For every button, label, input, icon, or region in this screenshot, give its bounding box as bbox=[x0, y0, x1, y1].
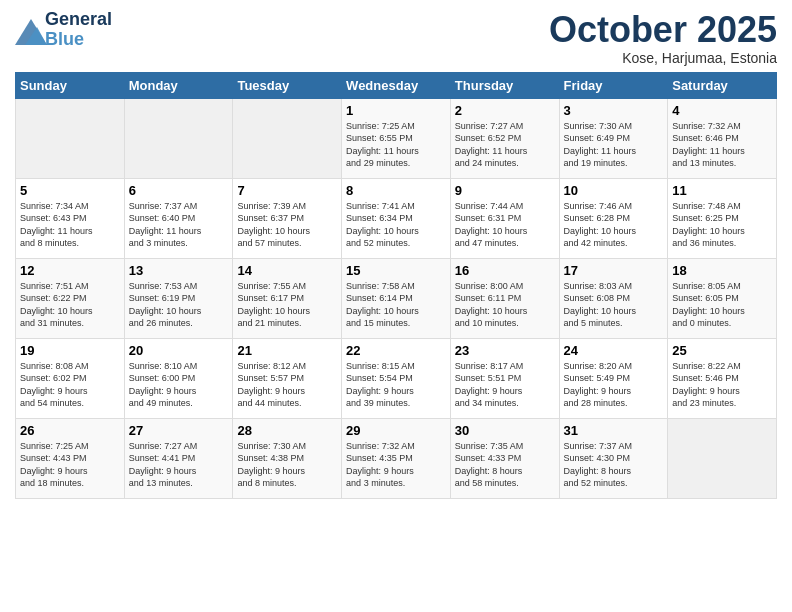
header: General Blue October 2025 Kose, Harjumaa… bbox=[15, 10, 777, 66]
day-info: Sunrise: 8:17 AM Sunset: 5:51 PM Dayligh… bbox=[455, 360, 555, 410]
day-number: 28 bbox=[237, 423, 337, 438]
day-number: 11 bbox=[672, 183, 772, 198]
day-info: Sunrise: 7:53 AM Sunset: 6:19 PM Dayligh… bbox=[129, 280, 229, 330]
week-row-0: 1Sunrise: 7:25 AM Sunset: 6:55 PM Daylig… bbox=[16, 98, 777, 178]
day-number: 30 bbox=[455, 423, 555, 438]
calendar-table: SundayMondayTuesdayWednesdayThursdayFrid… bbox=[15, 72, 777, 499]
week-row-3: 19Sunrise: 8:08 AM Sunset: 6:02 PM Dayli… bbox=[16, 338, 777, 418]
calendar-cell: 18Sunrise: 8:05 AM Sunset: 6:05 PM Dayli… bbox=[668, 258, 777, 338]
week-row-2: 12Sunrise: 7:51 AM Sunset: 6:22 PM Dayli… bbox=[16, 258, 777, 338]
day-info: Sunrise: 7:25 AM Sunset: 4:43 PM Dayligh… bbox=[20, 440, 120, 490]
calendar-cell: 6Sunrise: 7:37 AM Sunset: 6:40 PM Daylig… bbox=[124, 178, 233, 258]
calendar-cell: 9Sunrise: 7:44 AM Sunset: 6:31 PM Daylig… bbox=[450, 178, 559, 258]
day-number: 12 bbox=[20, 263, 120, 278]
day-number: 13 bbox=[129, 263, 229, 278]
calendar-cell: 2Sunrise: 7:27 AM Sunset: 6:52 PM Daylig… bbox=[450, 98, 559, 178]
calendar-cell: 25Sunrise: 8:22 AM Sunset: 5:46 PM Dayli… bbox=[668, 338, 777, 418]
calendar-cell: 4Sunrise: 7:32 AM Sunset: 6:46 PM Daylig… bbox=[668, 98, 777, 178]
calendar-cell: 28Sunrise: 7:30 AM Sunset: 4:38 PM Dayli… bbox=[233, 418, 342, 498]
day-info: Sunrise: 7:48 AM Sunset: 6:25 PM Dayligh… bbox=[672, 200, 772, 250]
day-info: Sunrise: 7:37 AM Sunset: 6:40 PM Dayligh… bbox=[129, 200, 229, 250]
logo-icon bbox=[15, 19, 43, 41]
day-number: 1 bbox=[346, 103, 446, 118]
calendar-cell: 12Sunrise: 7:51 AM Sunset: 6:22 PM Dayli… bbox=[16, 258, 125, 338]
day-number: 8 bbox=[346, 183, 446, 198]
logo: General Blue bbox=[15, 10, 112, 50]
day-info: Sunrise: 7:32 AM Sunset: 6:46 PM Dayligh… bbox=[672, 120, 772, 170]
day-number: 14 bbox=[237, 263, 337, 278]
calendar-cell: 26Sunrise: 7:25 AM Sunset: 4:43 PM Dayli… bbox=[16, 418, 125, 498]
calendar-cell: 3Sunrise: 7:30 AM Sunset: 6:49 PM Daylig… bbox=[559, 98, 668, 178]
day-header-saturday: Saturday bbox=[668, 72, 777, 98]
day-number: 9 bbox=[455, 183, 555, 198]
day-headers: SundayMondayTuesdayWednesdayThursdayFrid… bbox=[16, 72, 777, 98]
day-number: 7 bbox=[237, 183, 337, 198]
day-info: Sunrise: 8:22 AM Sunset: 5:46 PM Dayligh… bbox=[672, 360, 772, 410]
day-info: Sunrise: 7:58 AM Sunset: 6:14 PM Dayligh… bbox=[346, 280, 446, 330]
day-info: Sunrise: 7:37 AM Sunset: 4:30 PM Dayligh… bbox=[564, 440, 664, 490]
day-info: Sunrise: 8:12 AM Sunset: 5:57 PM Dayligh… bbox=[237, 360, 337, 410]
calendar-cell: 16Sunrise: 8:00 AM Sunset: 6:11 PM Dayli… bbox=[450, 258, 559, 338]
day-number: 19 bbox=[20, 343, 120, 358]
calendar-cell: 29Sunrise: 7:32 AM Sunset: 4:35 PM Dayli… bbox=[342, 418, 451, 498]
day-number: 5 bbox=[20, 183, 120, 198]
day-info: Sunrise: 8:15 AM Sunset: 5:54 PM Dayligh… bbox=[346, 360, 446, 410]
day-number: 26 bbox=[20, 423, 120, 438]
calendar-cell: 11Sunrise: 7:48 AM Sunset: 6:25 PM Dayli… bbox=[668, 178, 777, 258]
location: Kose, Harjumaa, Estonia bbox=[549, 50, 777, 66]
calendar-cell bbox=[124, 98, 233, 178]
month-title: October 2025 bbox=[549, 10, 777, 50]
calendar-cell: 22Sunrise: 8:15 AM Sunset: 5:54 PM Dayli… bbox=[342, 338, 451, 418]
day-info: Sunrise: 8:08 AM Sunset: 6:02 PM Dayligh… bbox=[20, 360, 120, 410]
day-number: 6 bbox=[129, 183, 229, 198]
day-info: Sunrise: 8:05 AM Sunset: 6:05 PM Dayligh… bbox=[672, 280, 772, 330]
day-header-wednesday: Wednesday bbox=[342, 72, 451, 98]
calendar-cell bbox=[668, 418, 777, 498]
calendar-cell: 21Sunrise: 8:12 AM Sunset: 5:57 PM Dayli… bbox=[233, 338, 342, 418]
logo-text: General Blue bbox=[45, 10, 112, 50]
calendar-cell bbox=[233, 98, 342, 178]
day-info: Sunrise: 7:34 AM Sunset: 6:43 PM Dayligh… bbox=[20, 200, 120, 250]
day-info: Sunrise: 8:10 AM Sunset: 6:00 PM Dayligh… bbox=[129, 360, 229, 410]
day-number: 3 bbox=[564, 103, 664, 118]
day-number: 4 bbox=[672, 103, 772, 118]
day-number: 23 bbox=[455, 343, 555, 358]
day-number: 22 bbox=[346, 343, 446, 358]
day-info: Sunrise: 8:03 AM Sunset: 6:08 PM Dayligh… bbox=[564, 280, 664, 330]
calendar-cell: 5Sunrise: 7:34 AM Sunset: 6:43 PM Daylig… bbox=[16, 178, 125, 258]
calendar-cell: 27Sunrise: 7:27 AM Sunset: 4:41 PM Dayli… bbox=[124, 418, 233, 498]
day-info: Sunrise: 8:20 AM Sunset: 5:49 PM Dayligh… bbox=[564, 360, 664, 410]
day-number: 17 bbox=[564, 263, 664, 278]
day-header-thursday: Thursday bbox=[450, 72, 559, 98]
day-info: Sunrise: 7:51 AM Sunset: 6:22 PM Dayligh… bbox=[20, 280, 120, 330]
week-row-1: 5Sunrise: 7:34 AM Sunset: 6:43 PM Daylig… bbox=[16, 178, 777, 258]
calendar-cell: 13Sunrise: 7:53 AM Sunset: 6:19 PM Dayli… bbox=[124, 258, 233, 338]
day-number: 15 bbox=[346, 263, 446, 278]
calendar-cell: 1Sunrise: 7:25 AM Sunset: 6:55 PM Daylig… bbox=[342, 98, 451, 178]
day-number: 10 bbox=[564, 183, 664, 198]
day-info: Sunrise: 7:27 AM Sunset: 4:41 PM Dayligh… bbox=[129, 440, 229, 490]
page-container: General Blue October 2025 Kose, Harjumaa… bbox=[0, 0, 792, 509]
day-number: 27 bbox=[129, 423, 229, 438]
day-info: Sunrise: 7:25 AM Sunset: 6:55 PM Dayligh… bbox=[346, 120, 446, 170]
day-info: Sunrise: 7:44 AM Sunset: 6:31 PM Dayligh… bbox=[455, 200, 555, 250]
calendar-cell: 24Sunrise: 8:20 AM Sunset: 5:49 PM Dayli… bbox=[559, 338, 668, 418]
day-info: Sunrise: 7:46 AM Sunset: 6:28 PM Dayligh… bbox=[564, 200, 664, 250]
day-header-monday: Monday bbox=[124, 72, 233, 98]
calendar-cell: 10Sunrise: 7:46 AM Sunset: 6:28 PM Dayli… bbox=[559, 178, 668, 258]
day-info: Sunrise: 7:55 AM Sunset: 6:17 PM Dayligh… bbox=[237, 280, 337, 330]
calendar-cell: 30Sunrise: 7:35 AM Sunset: 4:33 PM Dayli… bbox=[450, 418, 559, 498]
week-row-4: 26Sunrise: 7:25 AM Sunset: 4:43 PM Dayli… bbox=[16, 418, 777, 498]
day-number: 20 bbox=[129, 343, 229, 358]
day-info: Sunrise: 7:30 AM Sunset: 6:49 PM Dayligh… bbox=[564, 120, 664, 170]
calendar-cell: 14Sunrise: 7:55 AM Sunset: 6:17 PM Dayli… bbox=[233, 258, 342, 338]
day-info: Sunrise: 7:39 AM Sunset: 6:37 PM Dayligh… bbox=[237, 200, 337, 250]
day-header-friday: Friday bbox=[559, 72, 668, 98]
day-number: 24 bbox=[564, 343, 664, 358]
day-number: 25 bbox=[672, 343, 772, 358]
calendar-cell bbox=[16, 98, 125, 178]
day-info: Sunrise: 7:32 AM Sunset: 4:35 PM Dayligh… bbox=[346, 440, 446, 490]
day-number: 29 bbox=[346, 423, 446, 438]
day-info: Sunrise: 7:27 AM Sunset: 6:52 PM Dayligh… bbox=[455, 120, 555, 170]
day-info: Sunrise: 7:30 AM Sunset: 4:38 PM Dayligh… bbox=[237, 440, 337, 490]
